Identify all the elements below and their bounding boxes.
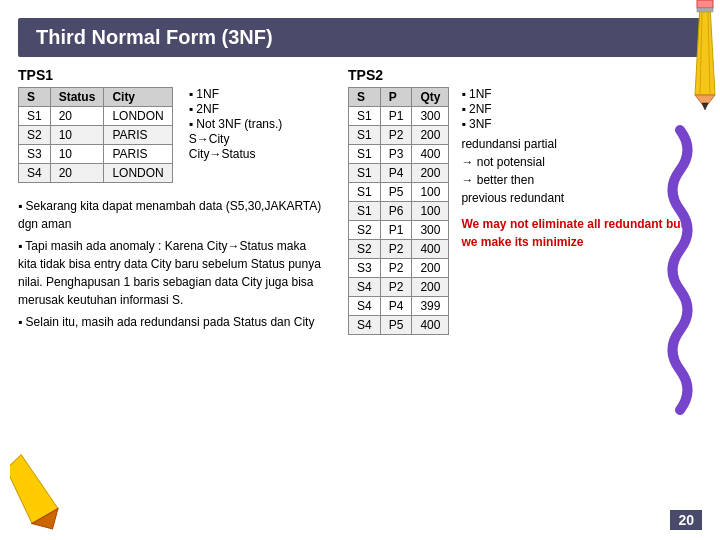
nf-item: ▪ 1NF <box>189 87 283 101</box>
tps1-cell: 20 <box>50 107 104 126</box>
tps1-table-container: S Status City S120LONDONS210PARISS310PAR… <box>18 87 173 191</box>
tps2-cell: P4 <box>380 297 412 316</box>
tps1-cell: S4 <box>19 164 51 183</box>
tps2-table-row: S1P2200 <box>349 126 449 145</box>
tps2-cell: S1 <box>349 107 381 126</box>
tps2-table-row: S4P2200 <box>349 278 449 297</box>
bullet-item: ▪ Selain itu, masih ada redundansi pada … <box>18 313 328 331</box>
tps2-cell: S4 <box>349 297 381 316</box>
left-column: TPS1 S Status City S120LONDONS210PARISS3… <box>18 67 328 343</box>
tps2-cell: S3 <box>349 259 381 278</box>
tps2-cell: 300 <box>412 221 449 240</box>
tps1-label: TPS1 <box>18 67 328 83</box>
tps2-cell: 399 <box>412 297 449 316</box>
tps2-cell: P2 <box>380 259 412 278</box>
crayon-decoration <box>10 450 90 540</box>
tps2-cell: P1 <box>380 107 412 126</box>
nf-item: ▪ Not 3NF (trans.) <box>189 117 283 131</box>
tps2-table-row: S1P5100 <box>349 183 449 202</box>
bullet-item: ▪ Sekarang kita dapat menambah data (S5,… <box>18 197 328 233</box>
svg-rect-3 <box>697 0 713 8</box>
tps2-cell: 200 <box>412 126 449 145</box>
squiggle-decoration <box>660 120 700 420</box>
tps2-cell: S4 <box>349 316 381 335</box>
tps1-cell: S1 <box>19 107 51 126</box>
tps2-table-row: S3P2200 <box>349 259 449 278</box>
tps2-col-s: S <box>349 88 381 107</box>
svg-marker-2 <box>702 103 708 110</box>
tps1-col-city: City <box>104 88 172 107</box>
tps2-table-row: S2P2400 <box>349 240 449 259</box>
tps2-cell: P5 <box>380 316 412 335</box>
svg-marker-0 <box>695 5 715 95</box>
tps1-col-s: S <box>19 88 51 107</box>
tps2-cell: 300 <box>412 107 449 126</box>
nf-item: S→City <box>189 132 283 146</box>
tps1-nf-list: ▪ 1NF▪ 2NF▪ Not 3NF (trans.) S→City City… <box>189 87 283 162</box>
tps1-table-row: S210PARIS <box>19 126 173 145</box>
tps1-table-row: S310PARIS <box>19 145 173 164</box>
tps2-cell: P1 <box>380 221 412 240</box>
tps2-cell: P2 <box>380 240 412 259</box>
tps1-cell: LONDON <box>104 107 172 126</box>
tps2-cell: P2 <box>380 126 412 145</box>
tps1-cell: LONDON <box>104 164 172 183</box>
tps1-cell: 20 <box>50 164 104 183</box>
tps2-table-row: S1P4200 <box>349 164 449 183</box>
tps1-col-status: Status <box>50 88 104 107</box>
tps1-cell: 10 <box>50 145 104 164</box>
tps2-table-row: S4P5400 <box>349 316 449 335</box>
tps2-table-row: S1P3400 <box>349 145 449 164</box>
tps1-bullets: ▪ Sekarang kita dapat menambah data (S5,… <box>18 197 328 331</box>
tps2-cell: P3 <box>380 145 412 164</box>
tps2-table: S P Qty S1P1300S1P2200S1P3400S1P4200S1P5… <box>348 87 449 335</box>
tps1-table-row: S420LONDON <box>19 164 173 183</box>
tps2-table-row: S1P6100 <box>349 202 449 221</box>
tps2-cell: 100 <box>412 202 449 221</box>
tps2-table-row: S4P4399 <box>349 297 449 316</box>
tps2-cell: 200 <box>412 164 449 183</box>
tps1-table-row: S120LONDON <box>19 107 173 126</box>
tps2-cell: 400 <box>412 240 449 259</box>
tps2-cell: S1 <box>349 126 381 145</box>
tps2-cell: S1 <box>349 202 381 221</box>
svg-rect-4 <box>697 8 713 12</box>
tps2-cell: S1 <box>349 145 381 164</box>
tps2-table-row: S1P1300 <box>349 107 449 126</box>
tps2-cell: 200 <box>412 259 449 278</box>
tps2-cell: S2 <box>349 240 381 259</box>
tps2-cell: P5 <box>380 183 412 202</box>
tps1-cell: S2 <box>19 126 51 145</box>
tps1-cell: PARIS <box>104 126 172 145</box>
tps2-cell: S2 <box>349 221 381 240</box>
tps2-cell: P6 <box>380 202 412 221</box>
pencil-decoration <box>640 0 720 110</box>
nf-item: ▪ 2NF <box>189 102 283 116</box>
tps2-col-p: P <box>380 88 412 107</box>
tps2-table-container: S P Qty S1P1300S1P2200S1P3400S1P4200S1P5… <box>348 87 449 343</box>
tps2-cell: P2 <box>380 278 412 297</box>
tps2-cell: P4 <box>380 164 412 183</box>
tps2-cell: 200 <box>412 278 449 297</box>
tps1-cell: PARIS <box>104 145 172 164</box>
nf-item: City→Status <box>189 147 283 161</box>
tps2-cell: 400 <box>412 145 449 164</box>
tps2-cell: S1 <box>349 164 381 183</box>
tps1-cell: 10 <box>50 126 104 145</box>
tps2-cell: S1 <box>349 183 381 202</box>
slide-title: Third Normal Form (3NF) <box>18 18 702 57</box>
page-number: 20 <box>670 510 702 530</box>
tps2-cell: S4 <box>349 278 381 297</box>
tps2-table-row: S2P1300 <box>349 221 449 240</box>
bullet-item: ▪ Tapi masih ada anomaly : Karena City→S… <box>18 237 328 309</box>
tps1-table: S Status City S120LONDONS210PARISS310PAR… <box>18 87 173 183</box>
tps2-cell: 100 <box>412 183 449 202</box>
tps2-cell: 400 <box>412 316 449 335</box>
tps1-cell: S3 <box>19 145 51 164</box>
tps2-col-qty: Qty <box>412 88 449 107</box>
